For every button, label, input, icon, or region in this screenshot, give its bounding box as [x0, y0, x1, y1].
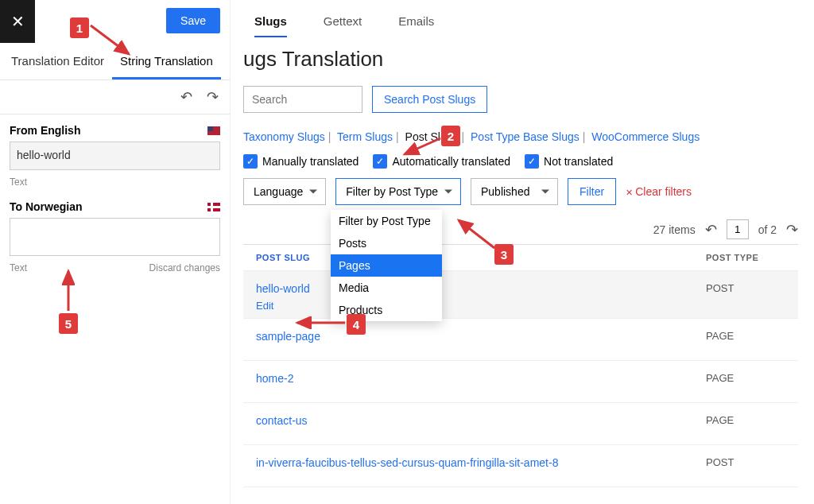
filter-checks: ✓Manually translated ✓Automatically tran… — [243, 154, 798, 169]
from-type-label: Text — [10, 176, 27, 188]
table-row[interactable]: in-viverra-faucibus-tellus-sed-cursus-qu… — [243, 445, 798, 487]
select-language[interactable]: Language — [243, 178, 326, 205]
dd-item[interactable]: Filter by Post Type — [331, 210, 442, 232]
history-controls: ↶ ↷ — [0, 80, 230, 114]
slug-link[interactable]: home-2 — [256, 372, 293, 385]
arrow-icon — [293, 316, 349, 329]
post-type-cell: PAGE — [706, 414, 785, 427]
search-row: Search Post Slugs — [243, 86, 798, 113]
slug-link[interactable]: in-viverra-faucibus-tellus-sed-cursus-qu… — [256, 456, 558, 469]
post-type-cell: PAGE — [706, 330, 785, 343]
search-button[interactable]: Search Post Slugs — [372, 86, 487, 113]
svg-line-3 — [405, 138, 440, 154]
callout-3: 3 — [494, 244, 514, 265]
to-section: To Norwegian Text Discard changes — [0, 191, 230, 277]
arrow-icon — [89, 22, 137, 62]
svg-line-1 — [91, 25, 129, 54]
table-header: POST SLUG POST TYPE — [243, 245, 798, 271]
tab-slugs[interactable]: Slugs — [254, 14, 287, 37]
arrow-icon — [401, 137, 444, 161]
main-content: Slugs Gettext Emails ugs Translation Sea… — [231, 0, 814, 504]
slug-categories: Taxonomy Slugs| Term Slugs| Post Slugs| … — [243, 130, 798, 143]
th-post-type: POST TYPE — [706, 253, 785, 262]
callout-1: 1 — [70, 17, 89, 38]
sidebar: ✕ Save Translation Editor String Transla… — [0, 0, 231, 504]
filter-row: Language Filter by Post Type Published F… — [243, 178, 798, 205]
post-type-cell: POST — [706, 456, 785, 469]
to-label: To Norwegian — [10, 200, 83, 213]
slug-link[interactable]: hello-world — [256, 282, 310, 295]
th-post-slug[interactable]: POST SLUG — [256, 253, 706, 262]
slug-link[interactable]: sample-page — [256, 330, 320, 343]
clear-filters[interactable]: Clear filters — [626, 185, 692, 198]
check-manually-label: Manually translated — [262, 155, 359, 168]
table-row[interactable]: hello-world Edit POST — [243, 271, 798, 319]
tab-emails[interactable]: Emails — [398, 14, 434, 37]
callout-5: 5 — [59, 313, 78, 334]
check-auto[interactable]: ✓ — [373, 154, 387, 169]
svg-line-5 — [459, 220, 494, 248]
tab-gettext[interactable]: Gettext — [324, 14, 362, 37]
slug-table: POST SLUG POST TYPE hello-world Edit POS… — [243, 244, 798, 487]
table-row[interactable]: home-2 PAGE — [243, 361, 798, 403]
post-type-dropdown: Filter by Post Type Posts Pages Media Pr… — [331, 210, 442, 321]
from-textarea: hello-world — [10, 142, 220, 170]
arrow-icon — [455, 216, 498, 252]
callout-2: 2 — [441, 126, 460, 146]
redo-icon[interactable]: ↷ — [207, 88, 219, 106]
select-status[interactable]: Published — [471, 178, 558, 205]
save-button[interactable]: Save — [166, 8, 220, 33]
close-button[interactable]: ✕ — [0, 0, 35, 43]
from-label: From English — [10, 124, 80, 137]
link-taxonomy-slugs[interactable]: Taxonomy Slugs — [243, 130, 325, 143]
dd-item[interactable]: Media — [331, 277, 442, 299]
callout-4: 4 — [347, 314, 366, 335]
table-row[interactable]: contact-us PAGE — [243, 403, 798, 445]
from-section: From English hello-world Text — [0, 114, 230, 191]
item-count: 27 items — [653, 223, 696, 236]
dd-item[interactable]: Posts — [331, 232, 442, 254]
post-type-cell: POST — [706, 282, 785, 312]
check-not[interactable]: ✓ — [525, 154, 539, 169]
arrow-icon — [62, 267, 75, 315]
page-next-icon[interactable]: ↷ — [786, 221, 798, 238]
page-prev-icon[interactable]: ↶ — [705, 221, 717, 238]
flag-no-icon — [207, 203, 220, 211]
post-type-cell: PAGE — [706, 372, 785, 385]
search-input[interactable] — [243, 86, 362, 113]
to-textarea[interactable] — [10, 218, 220, 256]
check-not-label: Not translated — [544, 155, 613, 168]
link-term-slugs[interactable]: Term Slugs — [337, 130, 393, 143]
top-tabs: Slugs Gettext Emails — [243, 14, 798, 37]
link-woocommerce-slugs[interactable]: WooCommerce Slugs — [591, 130, 700, 143]
filter-button[interactable]: Filter — [568, 178, 616, 205]
edit-link[interactable]: Edit — [256, 300, 706, 312]
page-number-input[interactable] — [727, 219, 749, 239]
to-type-label: Text — [10, 262, 27, 273]
discard-changes[interactable]: Discard changes — [149, 262, 220, 273]
page-total: of 2 — [758, 223, 777, 236]
undo-icon[interactable]: ↶ — [180, 88, 192, 106]
dd-item[interactable]: Pages — [331, 254, 442, 277]
link-post-type-base-slugs[interactable]: Post Type Base Slugs — [471, 130, 579, 143]
select-post-type[interactable]: Filter by Post Type — [335, 178, 461, 205]
pagination: 27 items ↶ of 2 ↷ — [243, 219, 798, 239]
flag-us-icon — [207, 126, 220, 135]
page-title: ugs Translation — [243, 47, 798, 72]
check-manually[interactable]: ✓ — [243, 154, 258, 169]
slug-link[interactable]: contact-us — [256, 414, 308, 427]
